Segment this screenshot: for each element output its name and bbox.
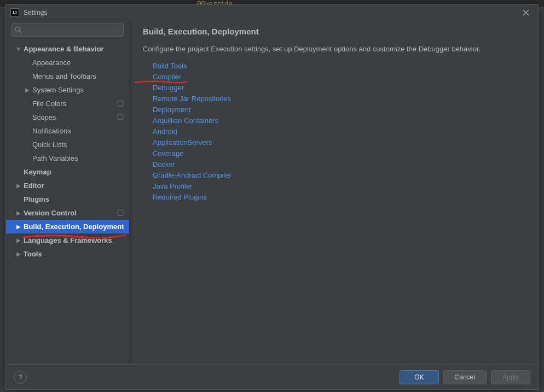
tree-label: Notifications xyxy=(32,127,125,135)
link-app-servers[interactable]: ApplicationServers xyxy=(153,138,525,147)
tree-label: Menus and Toolbars xyxy=(32,72,125,80)
tree-appearance[interactable]: Appearance xyxy=(6,56,129,69)
tree-plugins[interactable]: Plugins xyxy=(6,192,129,206)
chevron-right-icon: ▶ xyxy=(25,87,30,93)
tree-keymap[interactable]: Keymap xyxy=(6,165,129,179)
link-android[interactable]: Android xyxy=(153,127,525,136)
tree-label: Version Control xyxy=(24,209,125,217)
link-arquillian[interactable]: Arquillian Containers xyxy=(153,116,525,125)
sidebar: ▼ Appearance & Behavior Appearance Menus… xyxy=(6,20,130,364)
link-java-profiler[interactable]: Java Profiler xyxy=(153,182,525,190)
cancel-button[interactable]: Cancel xyxy=(443,370,487,384)
chevron-right-icon: ▶ xyxy=(16,210,21,216)
chevron-right-icon: ▶ xyxy=(16,183,21,189)
search-input[interactable] xyxy=(11,24,124,37)
search-icon xyxy=(15,26,22,33)
content-area: ▼ Appearance & Behavior Appearance Menus… xyxy=(6,20,538,364)
tree-label: Build, Execution, Deployment xyxy=(24,223,125,231)
tree-label: Languages & Frameworks xyxy=(24,236,125,244)
tree-label: System Settings xyxy=(32,86,125,94)
svg-rect-3 xyxy=(118,114,123,120)
help-icon: ? xyxy=(18,373,22,381)
close-button[interactable] xyxy=(518,5,534,20)
link-docker[interactable]: Docker xyxy=(153,160,525,168)
tree-label: Keymap xyxy=(24,168,125,176)
project-badge-icon xyxy=(117,100,125,108)
settings-links: Build Tools Compiler Debugger Remote Jar… xyxy=(143,62,525,201)
close-icon xyxy=(523,9,529,16)
tree-system-settings[interactable]: ▶ System Settings xyxy=(6,83,129,97)
help-button[interactable]: ? xyxy=(14,371,27,384)
tree-scopes[interactable]: Scopes xyxy=(6,110,129,124)
tree-quick-lists[interactable]: Quick Lists xyxy=(6,138,129,151)
link-compiler[interactable]: Compiler xyxy=(153,73,525,81)
tree-build-execution-deployment[interactable]: ▶ Build, Execution, Deployment xyxy=(6,220,129,233)
button-label: Apply xyxy=(502,373,519,381)
tree-label: Quick Lists xyxy=(32,141,125,149)
page-title: Build, Execution, Deployment xyxy=(143,27,525,36)
page-description: Configure the project Execution settings… xyxy=(143,45,525,53)
svg-point-0 xyxy=(15,27,20,31)
main-panel: Build, Execution, Deployment Configure t… xyxy=(130,20,538,364)
link-debugger[interactable]: Debugger xyxy=(153,84,525,92)
tree-label: Appearance xyxy=(32,58,125,67)
chevron-right-icon: ▶ xyxy=(16,251,21,257)
project-badge-icon xyxy=(117,114,125,121)
link-required-plugins[interactable]: Required Plugins xyxy=(153,193,525,201)
tree-label: Tools xyxy=(24,250,125,258)
tree-label: Appearance & Behavior xyxy=(24,45,125,53)
tree-path-variables[interactable]: Path Variables xyxy=(6,151,129,165)
tree-tools[interactable]: ▶ Tools xyxy=(6,247,129,261)
tree-label: Plugins xyxy=(24,195,125,203)
apply-button[interactable]: Apply xyxy=(491,370,530,384)
tree-appearance-behavior[interactable]: ▼ Appearance & Behavior xyxy=(6,42,129,56)
tree-editor[interactable]: ▶ Editor xyxy=(6,179,129,192)
app-icon: IJ xyxy=(10,8,19,17)
chevron-right-icon: ▶ xyxy=(16,224,21,230)
link-build-tools[interactable]: Build Tools xyxy=(153,62,525,70)
svg-line-1 xyxy=(19,31,21,33)
settings-dialog: IJ Settings ▼ Appearance & Behavior Appe… xyxy=(5,4,539,390)
svg-rect-4 xyxy=(118,210,123,215)
titlebar: IJ Settings xyxy=(6,5,538,20)
tree-label: Path Variables xyxy=(32,154,125,162)
window-title: Settings xyxy=(24,9,47,16)
link-deployment[interactable]: Deployment xyxy=(153,106,525,114)
button-label: OK xyxy=(414,373,424,381)
svg-rect-2 xyxy=(118,101,123,106)
tree-menus-toolbars[interactable]: Menus and Toolbars xyxy=(6,69,129,83)
tree-label: Editor xyxy=(24,182,125,190)
footer-buttons: OK Cancel Apply xyxy=(400,370,530,384)
ok-button[interactable]: OK xyxy=(400,370,438,384)
tree-label: File Colors xyxy=(32,100,125,108)
tree-version-control[interactable]: ▶ Version Control xyxy=(6,206,129,220)
button-label: Cancel xyxy=(455,373,475,381)
link-gradle-android[interactable]: Gradle-Android Compiler xyxy=(153,171,525,179)
search-row xyxy=(6,20,129,40)
chevron-right-icon: ▶ xyxy=(16,237,21,243)
dialog-footer: ? OK Cancel Apply xyxy=(6,364,538,389)
link-remote-jar[interactable]: Remote Jar Repositories xyxy=(153,95,525,103)
link-coverage[interactable]: Coverage xyxy=(153,149,525,157)
tree-label: Scopes xyxy=(32,113,125,121)
tree-languages-frameworks[interactable]: ▶ Languages & Frameworks xyxy=(6,233,129,247)
project-badge-icon xyxy=(117,209,125,217)
tree-file-colors[interactable]: File Colors xyxy=(6,97,129,110)
settings-tree: ▼ Appearance & Behavior Appearance Menus… xyxy=(6,40,129,364)
tree-notifications[interactable]: Notifications xyxy=(6,124,129,138)
chevron-down-icon: ▼ xyxy=(16,46,21,52)
